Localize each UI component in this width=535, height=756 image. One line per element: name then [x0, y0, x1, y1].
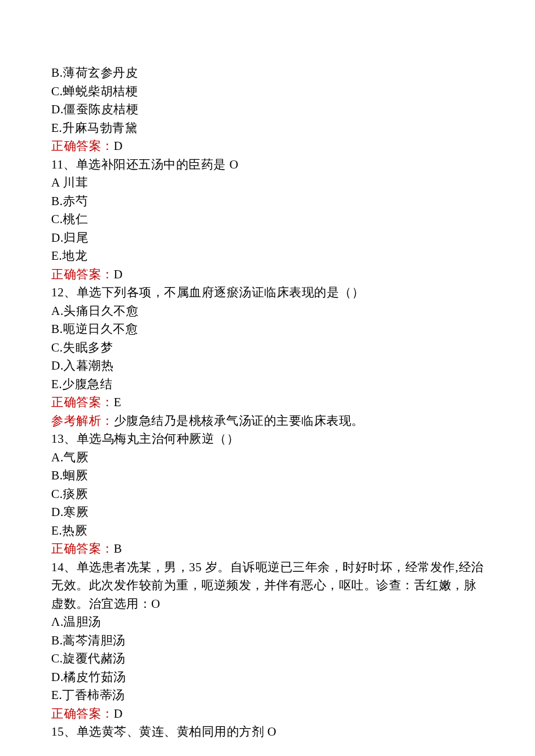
- document-line: C.失眠多梦: [51, 339, 484, 357]
- document-line: 13、单选乌梅丸主治何种厥逆（）: [51, 430, 484, 449]
- answer-label: 正确答案：: [51, 542, 114, 556]
- document-line: E.升麻马勃青黛: [51, 119, 484, 138]
- answer-label: 正确答案：: [51, 395, 114, 409]
- document-line: 正确答案：E: [51, 393, 484, 412]
- document-line: 正确答案：D: [51, 266, 484, 284]
- answer-value: B: [114, 542, 123, 556]
- document-line: 11、单选补阳还五汤中的臣药是 O: [51, 156, 484, 174]
- document-line: D.橘皮竹茹汤: [51, 668, 484, 687]
- document-line: C.旋覆代赭汤: [51, 650, 484, 668]
- answer-value: D: [114, 139, 123, 153]
- document-line: Λ.温胆汤: [51, 613, 484, 632]
- document-line: 15、单选黄芩、黄连、黄柏同用的方剂 O: [51, 723, 484, 741]
- document-line: 正确答案：D: [51, 705, 484, 723]
- document-line: E.地龙: [51, 247, 484, 266]
- document-line: A.头痛日久不愈: [51, 302, 484, 321]
- answer-value: D: [114, 267, 123, 281]
- document-line: 正确答案：D: [51, 137, 484, 156]
- analysis-text: 少腹急结乃是桃核承气汤证的主要临床表现。: [114, 414, 364, 428]
- document-line: 12、单选下列各项，不属血府逐瘀汤证临床表现的是（）: [51, 284, 484, 302]
- document-line: B.呃逆日久不愈: [51, 320, 484, 339]
- document-line: B.蒿芩清胆汤: [51, 632, 484, 650]
- document-line: D.僵蚕陈皮桔梗: [51, 101, 484, 119]
- document-line: A 川茸: [51, 174, 484, 192]
- document-line: 14、单选患者冼某，男，35 岁。自诉呃逆已三年余，时好时坏，经常发作,经治无效…: [51, 558, 484, 614]
- document-line: E.热厥: [51, 522, 484, 540]
- document-line: 参考解析：少腹急结乃是桃核承气汤证的主要临床表现。: [51, 412, 484, 431]
- document-line: E.丁香柿蒂汤: [51, 686, 484, 705]
- document-line: D.归尾: [51, 229, 484, 248]
- document-line: B.蛔厥: [51, 467, 484, 485]
- document-line: A.气厥: [51, 449, 484, 467]
- answer-label: 正确答案：: [51, 267, 114, 281]
- document-page: B.薄荷玄参丹皮C.蝉蜕柴胡桔梗D.僵蚕陈皮桔梗E.升麻马勃青黛正确答案：D11…: [0, 0, 535, 756]
- document-line: D.入暮潮热: [51, 357, 484, 375]
- document-line: C.桃仁: [51, 210, 484, 229]
- document-line: C.痰厥: [51, 485, 484, 504]
- answer-label: 正确答案：: [51, 707, 114, 721]
- document-line: 正确答案：B: [51, 540, 484, 558]
- document-line: B.赤芍: [51, 192, 484, 211]
- analysis-label: 参考解析：: [51, 414, 114, 428]
- answer-value: D: [114, 707, 123, 721]
- answer-label: 正确答案：: [51, 139, 114, 153]
- document-line: C.蝉蜕柴胡桔梗: [51, 83, 484, 101]
- document-line: E.少腹急结: [51, 375, 484, 394]
- answer-value: E: [114, 395, 122, 409]
- document-line: D.寒厥: [51, 503, 484, 522]
- document-line: B.薄荷玄参丹皮: [51, 64, 484, 83]
